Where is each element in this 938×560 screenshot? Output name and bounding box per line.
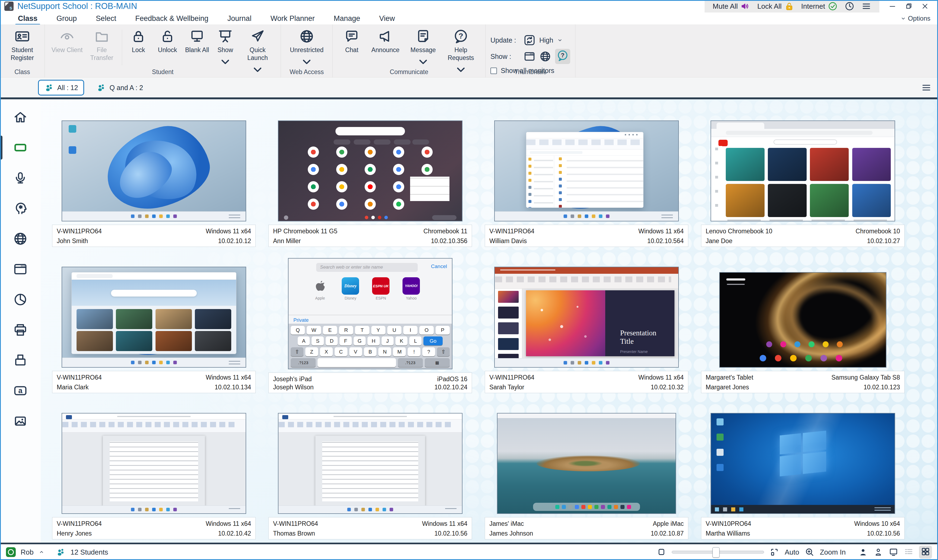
tab-view[interactable]: View [378, 14, 396, 23]
image-icon [13, 414, 28, 428]
machine-name: V-WIN11PRO64 [489, 373, 534, 382]
slide-title: Presentation Title [620, 329, 660, 346]
sidebar-item-applications[interactable] [13, 262, 28, 277]
show-button[interactable]: Show [212, 29, 239, 70]
unlock-button[interactable]: Unlock [152, 29, 182, 54]
person-outline-icon[interactable] [873, 547, 883, 557]
student-name: Henry Jones [57, 529, 92, 537]
chat-button[interactable]: Chat [338, 29, 365, 54]
student-label: Margaret's TabletSamsung Galaxy Tab S8 M… [701, 371, 905, 393]
mute-all-button[interactable]: Mute All [713, 2, 750, 11]
tab-select[interactable]: Select [95, 14, 117, 23]
sidebar-item-audio[interactable] [13, 171, 28, 186]
note-icon [416, 29, 431, 44]
message-button[interactable]: Message [405, 29, 441, 70]
maximize-button[interactable] [902, 1, 916, 12]
announce-button[interactable]: Announce [367, 29, 404, 54]
group-label-class: Class [0, 68, 45, 76]
student-card-martha-williams[interactable]: V-WIN10PRO64Windows 10 x64 Martha Willia… [701, 405, 905, 539]
zoom-in-label[interactable]: Zoom In [820, 548, 846, 557]
update-value[interactable]: High [539, 36, 553, 44]
student-card-sarah-taylor[interactable]: Presentation Title Presenter Name V-WIN1… [485, 259, 688, 393]
screen-preview-imac [497, 413, 676, 514]
student-card-maria-clark[interactable]: V-WIN11PRO64Windows 11 x64 Maria Clark10… [52, 259, 256, 393]
minimize-button[interactable] [886, 1, 899, 12]
tab-manage[interactable]: Manage [333, 14, 361, 23]
help-thumbnail-toggle[interactable] [555, 49, 570, 64]
auto-label[interactable]: Auto [785, 548, 799, 557]
apple-logo-icon [313, 279, 327, 293]
sidebar-item-monitor[interactable] [13, 140, 28, 155]
tab-feedback-wellbeing[interactable]: Feedback & Wellbeing [134, 14, 209, 23]
eye-icon [59, 29, 75, 44]
sidebar-item-home[interactable] [13, 109, 28, 125]
view-tab-all[interactable]: All : 12 [38, 80, 84, 95]
grid-view-button[interactable] [919, 546, 932, 558]
student-card-henry-jones[interactable]: V-WIN11PRO64Windows 11 x64 Henry Jones10… [52, 405, 256, 539]
slider-handle[interactable] [712, 547, 719, 558]
student-card-william-davis[interactable]: V-WIN11PRO64Windows 11 x64 William Davis… [485, 113, 688, 247]
window-thumbnail-icon[interactable] [524, 51, 536, 62]
student-card-james-johnson[interactable]: James' iMacApple iMac James Johnson10.02… [485, 405, 688, 539]
tab-class[interactable]: Class [17, 14, 39, 23]
tutor-name: Rob [21, 548, 34, 557]
sidebar-item-whiteboard[interactable] [13, 414, 28, 429]
sidebar-item-usage[interactable] [13, 292, 28, 307]
window-controls [879, 1, 938, 12]
sidebar-item-web[interactable] [13, 231, 28, 246]
student-card-john-smith[interactable]: V-WIN11PRO64Windows 11 x64 John Smith10.… [52, 113, 256, 247]
close-button[interactable] [918, 1, 932, 12]
clock-icon[interactable] [845, 2, 855, 11]
monitor-icon[interactable] [889, 547, 898, 557]
view-client-button[interactable]: View Client [50, 29, 84, 54]
student-label: V-WIN11PRO64Windows 11 x64 William Davis… [485, 225, 688, 247]
student-register-button[interactable]: Student Register [5, 29, 39, 62]
person-filled-icon[interactable] [858, 547, 868, 557]
student-label: V-WIN11PRO64Windows 11 x64 John Smith10.… [52, 225, 256, 247]
student-card-thomas-brown[interactable]: V-WIN11PRO64Windows 11 x64 Thomas Brown1… [268, 405, 472, 539]
auto-fit-icon[interactable] [769, 547, 779, 557]
keyboard-row-4: .?123 .?123 ▦ [291, 358, 450, 367]
sidebar-item-typing[interactable] [13, 383, 28, 398]
unrestricted-button[interactable]: Unrestricted [286, 29, 327, 70]
lock-button[interactable]: Lock [125, 29, 151, 54]
options-button[interactable]: Options [900, 15, 930, 22]
tab-group[interactable]: Group [55, 14, 78, 23]
view-tab-q-and-a[interactable]: Q and A : 2 [90, 80, 149, 95]
lock-all-button[interactable]: Lock All [757, 2, 794, 11]
sidebar-item-device[interactable] [13, 353, 28, 368]
student-card-jane-doe[interactable]: Lenovo Chromebook 10Chromebook 10 Jane D… [701, 113, 905, 247]
student-card-joseph-wilson[interactable]: Search web or enter site name Cancel Dis… [268, 259, 472, 393]
student-label: Lenovo Chromebook 10Chromebook 10 Jane D… [701, 225, 905, 247]
screen-preview-word [278, 413, 462, 514]
student-name: John Smith [57, 237, 88, 245]
sidebar-item-print[interactable] [13, 322, 28, 337]
list-menu-icon[interactable] [921, 83, 932, 93]
tab-work-planner[interactable]: Work Planner [269, 14, 316, 23]
student-name: Jane Doe [706, 237, 732, 245]
ip-address: 10.02.10.24 [434, 383, 467, 391]
os-name: Windows 11 x64 [422, 520, 467, 528]
chevron-up-icon[interactable] [39, 549, 45, 555]
student-card-margaret-jones[interactable]: Margaret's TabletSamsung Galaxy Tab S8 M… [701, 259, 905, 393]
globe-thumbnail-icon[interactable] [539, 51, 551, 62]
sidebar-item-wellbeing[interactable] [13, 201, 28, 216]
machine-name: V-WIN11PRO64 [57, 227, 102, 235]
student-name: Sarah Taylor [489, 383, 524, 391]
options-label: Options [908, 15, 930, 22]
paper-plane-icon [250, 29, 265, 44]
list-view-button[interactable] [904, 547, 913, 558]
internet-button[interactable]: Internet [801, 2, 838, 11]
student-card-ann-miller[interactable]: HP Chromebook 11 G5Chromebook 11 Ann Mil… [268, 113, 472, 247]
file-transfer-button[interactable]: File Transfer [85, 29, 119, 62]
thumbnail-size-icon[interactable] [656, 547, 666, 557]
student-label: HP Chromebook 11 G5Chromebook 11 Ann Mil… [268, 225, 472, 247]
tab-journal[interactable]: Journal [226, 14, 253, 23]
zoom-in-icon[interactable] [805, 547, 815, 557]
blank-all-button[interactable]: Blank All [183, 29, 211, 54]
thumbnail-size-slider[interactable] [672, 551, 764, 554]
chevron-down-icon[interactable] [557, 37, 563, 43]
hamburger-menu-icon[interactable] [861, 2, 871, 11]
people-icon [56, 547, 66, 557]
os-name: Samsung Galaxy Tab S8 [831, 373, 900, 382]
